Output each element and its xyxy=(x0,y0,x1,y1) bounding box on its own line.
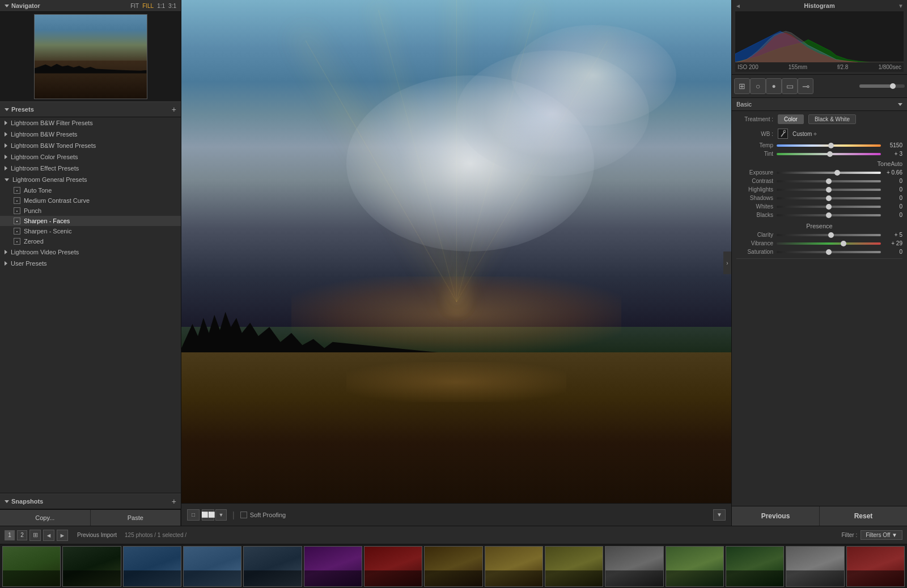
nav-fill[interactable]: FILL xyxy=(142,3,154,9)
filmstrip-thumb-1[interactable] xyxy=(62,546,121,587)
filmstrip-thumb-12[interactable] xyxy=(726,546,784,587)
exposure-slider-track[interactable] xyxy=(777,172,881,174)
tint-slider-thumb[interactable] xyxy=(827,151,833,157)
filmstrip-thumb-13[interactable] xyxy=(786,546,844,587)
filmstrip-thumb-6[interactable] xyxy=(364,546,422,587)
clarity-value: + 5 xyxy=(884,232,902,238)
preset-item-auto-tone[interactable]: ▪ Auto Tone xyxy=(0,185,181,195)
bw-toned-label: Lightroom B&W Toned Presets xyxy=(11,142,96,149)
whites-slider-track[interactable] xyxy=(777,206,881,208)
iso-value: ISO 200 xyxy=(738,64,758,70)
preset-group-bw[interactable]: Lightroom B&W Presets xyxy=(0,129,181,140)
clarity-slider-thumb[interactable] xyxy=(828,232,834,238)
paste-button[interactable]: Paste xyxy=(91,510,181,526)
clarity-slider-track[interactable] xyxy=(777,234,881,236)
reset-button[interactable]: Reset xyxy=(820,506,907,526)
contrast-value: 0 xyxy=(884,178,902,184)
blacks-slider-thumb[interactable] xyxy=(826,212,832,218)
filmstrip-thumb-7[interactable] xyxy=(424,546,482,587)
view-dropdown-btn[interactable]: ▼ xyxy=(215,509,227,521)
soft-proofing-toggle[interactable]: Soft Proofing xyxy=(240,512,286,518)
preset-group-color[interactable]: Lightroom Color Presets xyxy=(0,151,181,163)
filmstrip-thumb-11[interactable] xyxy=(666,546,724,587)
crop-tool[interactable]: ⊞ xyxy=(734,78,750,94)
right-panel-collapse[interactable]: › xyxy=(723,252,731,274)
filmstrip-thumb-9[interactable] xyxy=(545,546,603,587)
shadows-slider-thumb[interactable] xyxy=(826,195,832,201)
contrast-slider-track[interactable] xyxy=(777,180,881,182)
preset-item-sharpen-scenic[interactable]: ▪ Sharpen - Scenic xyxy=(0,226,181,236)
saturation-slider-track[interactable] xyxy=(777,251,881,253)
histogram-menu[interactable]: ▼ xyxy=(898,3,904,9)
brightness-slider[interactable] xyxy=(859,84,905,88)
temp-slider-thumb[interactable] xyxy=(828,143,834,148)
snapshots-add-button[interactable]: + xyxy=(172,497,176,506)
tint-slider-track[interactable] xyxy=(777,153,881,155)
auto-button[interactable]: Auto xyxy=(891,161,902,167)
filmstrip-prev-btn[interactable]: ◄ xyxy=(43,530,54,541)
spot-removal-tool[interactable]: ○ xyxy=(750,78,766,94)
preset-group-video[interactable]: Lightroom Video Presets xyxy=(0,246,181,258)
preset-group-bw-filter[interactable]: Lightroom B&W Filter Presets xyxy=(0,117,181,129)
previous-button[interactable]: Previous xyxy=(732,506,820,526)
saturation-slider-thumb[interactable] xyxy=(826,249,832,255)
page-2-btn[interactable]: 2 xyxy=(17,530,27,540)
filmstrip-thumb-10[interactable] xyxy=(605,546,663,587)
presets-add-button[interactable]: + xyxy=(172,105,176,114)
exposure-slider-thumb[interactable] xyxy=(834,170,840,176)
filmstrip-next-btn[interactable]: ► xyxy=(57,530,68,541)
filmstrip-nav-grid[interactable]: ⊞ xyxy=(29,530,41,541)
image-container[interactable]: › xyxy=(181,0,731,503)
highlights-slider-thumb[interactable] xyxy=(826,187,832,193)
preset-group-general[interactable]: Lightroom General Presets xyxy=(0,174,181,185)
filmstrip-thumb-5[interactable] xyxy=(304,546,362,587)
nav-3-1[interactable]: 3:1 xyxy=(168,3,176,9)
filmstrip-thumb-8[interactable] xyxy=(485,546,543,587)
filmstrip-thumb-14[interactable] xyxy=(846,546,905,587)
histogram-left-arrow[interactable]: ◄ xyxy=(735,3,741,9)
filmstrip-thumb-4[interactable] xyxy=(243,546,302,587)
bw-treatment-btn[interactable]: Black & White xyxy=(808,114,856,124)
loupe-view-btn[interactable]: □ xyxy=(187,509,200,521)
shadows-slider-track[interactable] xyxy=(777,197,881,199)
preset-group-effect[interactable]: Lightroom Effect Presets xyxy=(0,163,181,174)
temp-slider-track[interactable] xyxy=(777,144,881,147)
redeye-tool[interactable]: ● xyxy=(766,78,782,94)
snapshots-title-container: Snapshots xyxy=(5,498,43,505)
preset-item-sharpen-faces[interactable]: ▪ Sharpen - Faces xyxy=(0,216,181,226)
whites-slider-thumb[interactable] xyxy=(826,204,832,210)
adjustment-brush-tool[interactable]: ⊸ xyxy=(798,78,813,94)
vibrance-slider-thumb[interactable] xyxy=(841,241,846,246)
snapshots-header[interactable]: Snapshots + xyxy=(0,493,181,509)
copy-button[interactable]: Copy... xyxy=(0,510,91,526)
nav-1-1[interactable]: 1:1 xyxy=(157,3,165,9)
eyedropper-icon[interactable] xyxy=(778,129,788,139)
highlights-slider-track[interactable] xyxy=(777,189,881,191)
vibrance-slider-track[interactable] xyxy=(777,242,881,245)
basic-panel-header[interactable]: Basic xyxy=(732,98,907,111)
presets-section-header[interactable]: Presets + xyxy=(0,101,181,117)
nav-fit[interactable]: FIT xyxy=(130,3,139,9)
filter-dropdown[interactable]: Filters Off ▼ xyxy=(861,530,902,540)
contrast-slider-thumb[interactable] xyxy=(826,178,832,184)
page-1-btn[interactable]: 1 xyxy=(5,530,15,540)
filmstrip-thumb-3[interactable] xyxy=(183,546,241,587)
preset-item-medium-contrast[interactable]: ▪ Medium Contrast Curve xyxy=(0,195,181,206)
blacks-slider-track[interactable] xyxy=(777,214,881,216)
navigator-collapse-icon[interactable] xyxy=(5,5,9,7)
graduated-filter-tool[interactable]: ▭ xyxy=(782,78,798,94)
wb-value[interactable]: Custom ÷ xyxy=(792,131,817,137)
action-buttons: Previous Reset xyxy=(732,506,907,526)
auto-tone-label: Auto Tone xyxy=(24,187,52,194)
color-treatment-btn[interactable]: Color xyxy=(778,114,804,124)
navigator-thumbnail[interactable] xyxy=(34,14,147,99)
soft-proofing-checkbox[interactable] xyxy=(240,512,247,518)
preset-group-user[interactable]: User Presets xyxy=(0,258,181,269)
preset-item-punch[interactable]: ▪ Punch xyxy=(0,206,181,216)
filmstrip-thumb-0[interactable] xyxy=(2,546,61,587)
preset-item-zeroed[interactable]: ▪ Zeroed xyxy=(0,236,181,246)
preset-group-bw-toned[interactable]: Lightroom B&W Toned Presets xyxy=(0,140,181,151)
toolbar-dropdown[interactable]: ▼ xyxy=(713,509,726,521)
filmstrip-thumb-2[interactable] xyxy=(123,546,181,587)
compare-view-btn[interactable]: ⬜⬜ xyxy=(202,509,214,521)
